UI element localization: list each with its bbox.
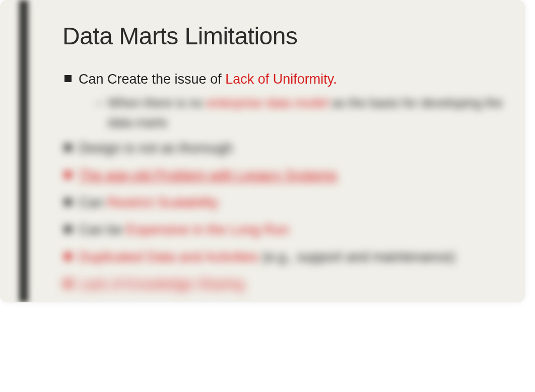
bullet7-red: Lack of Knowledge Sharing bbox=[79, 277, 244, 292]
side-accent-bar bbox=[19, 0, 28, 302]
bullet1-red: Lack of Uniformity. bbox=[225, 72, 337, 87]
bullet-item-5: Can be Expensive in the Long Run bbox=[58, 220, 505, 241]
sub-list-1: When there is no enterprise data model a… bbox=[94, 93, 505, 133]
bullet5-prefix: Can be bbox=[79, 222, 126, 237]
bullet4-prefix: Can bbox=[79, 195, 107, 210]
bullet6-suffix: (e.g., support and maintenance) bbox=[262, 249, 455, 265]
slide-title: Data Marts Limitations bbox=[62, 22, 505, 50]
sub1-red: enterprise data model bbox=[207, 96, 332, 110]
bullet-item-1: Can Create the issue of Lack of Uniformi… bbox=[58, 69, 505, 132]
bullet-item-7: Lack of Knowledge Sharing bbox=[58, 274, 505, 295]
sub1-part1: When there is no bbox=[108, 96, 207, 110]
bullet6-red: Duplicated Data and Activities bbox=[79, 249, 262, 265]
bullet2-text: Design is not as thorough bbox=[79, 141, 233, 156]
bullet-item-3: The age-old Problem with Legacy Systems bbox=[58, 165, 505, 186]
bullet3-red: The age-old Problem with Legacy Systems bbox=[79, 168, 337, 183]
slide-content: Data Marts Limitations Can Create the is… bbox=[58, 22, 505, 301]
slide: Data Marts Limitations Can Create the is… bbox=[0, 0, 525, 302]
left-edge-blur bbox=[0, 0, 35, 302]
bullet-item-4: Can Restrict Scalability bbox=[58, 192, 505, 214]
bullet4-red: Restrict Scalability bbox=[107, 195, 219, 210]
bullet-item-2: Design is not as thorough bbox=[58, 138, 505, 159]
bullet1-prefix: Can Create the issue of bbox=[79, 72, 225, 87]
bullet5-red: Expensive in the Long Run bbox=[126, 222, 289, 237]
bullet-item-6: Duplicated Data and Activities (e.g., su… bbox=[58, 247, 505, 268]
sub-item-1: When there is no enterprise data model a… bbox=[94, 93, 505, 133]
bullet-list: Can Create the issue of Lack of Uniformi… bbox=[58, 69, 505, 295]
